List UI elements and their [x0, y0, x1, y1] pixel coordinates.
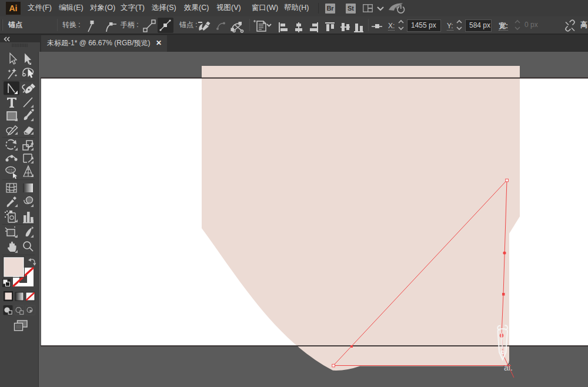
svg-text:ai.: ai. — [504, 363, 513, 372]
